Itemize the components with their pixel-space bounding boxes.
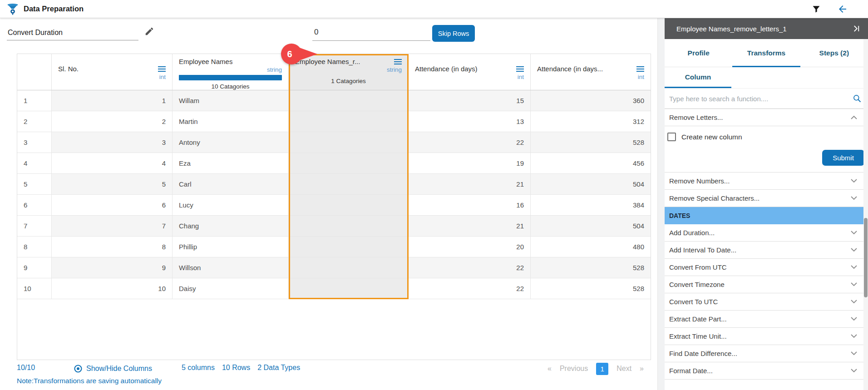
cell-attendance[interactable]: 13 (409, 111, 531, 132)
column-label: Attendance (in days) (415, 65, 478, 73)
function-list-item[interactable]: Format Date... (665, 362, 868, 380)
cell-new-column[interactable] (289, 216, 409, 237)
cell-sl-no[interactable]: 4 (52, 153, 173, 174)
collapse-panel-icon[interactable] (853, 25, 861, 33)
sidebar-scrollbar[interactable] (863, 39, 868, 390)
cell-attendance[interactable]: 16 (409, 195, 531, 216)
cell-new-column[interactable] (289, 257, 409, 278)
cell-attendance-days[interactable]: 528 (531, 257, 651, 278)
pagination-page-1[interactable]: 1 (596, 363, 608, 375)
column-menu-icon[interactable] (516, 66, 524, 72)
cell-employee-name[interactable]: Martin (173, 111, 289, 132)
cell-attendance-days[interactable]: 312 (531, 111, 651, 132)
category-dates-header[interactable]: DATES (665, 207, 868, 224)
cell-employee-name[interactable]: Carl (173, 174, 289, 195)
cell-new-column[interactable] (289, 90, 409, 111)
cell-attendance-days[interactable]: 360 (531, 90, 651, 111)
cell-employee-name[interactable]: Willam (173, 90, 289, 111)
cell-attendance-days[interactable]: 504 (531, 174, 651, 195)
function-list-item[interactable]: Add Duration... (665, 224, 868, 242)
subtab-column[interactable]: Column (665, 67, 731, 88)
cell-sl-no[interactable]: 9 (52, 257, 173, 278)
cell-sl-no[interactable]: 3 (52, 132, 173, 153)
cell-attendance-days[interactable]: 504 (531, 216, 651, 237)
filter-icon[interactable] (810, 3, 823, 15)
column-menu-icon[interactable] (394, 59, 402, 64)
cell-sl-no[interactable]: 7 (52, 216, 173, 237)
function-list-item[interactable]: Convert Timezone (665, 276, 868, 293)
cell-attendance[interactable]: 21 (409, 174, 531, 195)
search-icon[interactable] (853, 94, 862, 103)
header-employee-names[interactable]: Employee Names string 10 Catagories (173, 54, 289, 90)
cell-sl-no[interactable]: 6 (52, 195, 173, 216)
cell-employee-name[interactable]: Chang (173, 216, 289, 237)
cell-new-column[interactable] (289, 278, 409, 299)
dataset-name-input[interactable] (7, 25, 138, 40)
cell-attendance[interactable]: 22 (409, 278, 531, 299)
pagination-next[interactable]: Next (616, 365, 631, 373)
cell-attendance-days[interactable]: 480 (531, 237, 651, 257)
back-arrow-icon[interactable] (836, 3, 849, 15)
cell-sl-no[interactable]: 2 (52, 111, 173, 132)
stat-columns: 5 columns (182, 364, 215, 372)
cell-employee-name[interactable]: Antony (173, 132, 289, 153)
cell-attendance-days[interactable]: 456 (531, 153, 651, 174)
function-list-item[interactable]: Extract Date Part... (665, 311, 868, 328)
cell-attendance[interactable]: 21 (409, 216, 531, 237)
cell-attendance-days[interactable]: 384 (531, 195, 651, 216)
column-menu-icon[interactable] (158, 66, 166, 72)
scrollbar-thumb[interactable] (864, 218, 868, 297)
function-list-item[interactable]: Extract Time Unit... (665, 328, 868, 345)
cell-sl-no[interactable]: 1 (52, 90, 173, 111)
cell-employee-name[interactable]: Eza (173, 153, 289, 174)
function-remove-letters[interactable]: Remove Letters... (665, 109, 868, 126)
column-menu-icon[interactable] (636, 66, 644, 72)
skip-rows-button[interactable]: Skip Rows (432, 25, 475, 42)
function-remove-special-characters[interactable]: Remove Special Characters... (665, 190, 868, 207)
checkbox-unchecked-icon[interactable] (667, 133, 676, 141)
function-list-item[interactable]: Find Date Difference... (665, 345, 868, 362)
cell-employee-name[interactable]: Phillip (173, 237, 289, 257)
function-label: Convert From UTC (669, 263, 727, 271)
submit-button[interactable]: Submit (822, 150, 864, 166)
cell-sl-no[interactable]: 10 (52, 278, 173, 299)
table-row: 5 5 Carl 21 504 (17, 174, 651, 195)
cell-sl-no[interactable]: 8 (52, 237, 173, 257)
cell-sl-no[interactable]: 5 (52, 174, 173, 195)
header-sl-no[interactable]: Sl. No. int (52, 54, 173, 90)
tab-transforms[interactable]: Transforms (732, 39, 800, 67)
cell-attendance[interactable]: 22 (409, 257, 531, 278)
header-attendance[interactable]: Attendance (in days) int (409, 54, 531, 90)
cell-attendance[interactable]: 15 (409, 90, 531, 111)
cell-employee-name[interactable]: Willson (173, 257, 289, 278)
cell-attendance[interactable]: 22 (409, 132, 531, 153)
cell-attendance-days[interactable]: 528 (531, 278, 651, 299)
pagination-prev-arrow[interactable]: « (547, 365, 552, 373)
function-remove-numbers[interactable]: Remove Numbers... (665, 173, 868, 190)
cell-new-column[interactable] (289, 111, 409, 132)
cell-attendance[interactable]: 19 (409, 153, 531, 174)
tab-steps[interactable]: Steps (2) (800, 39, 868, 67)
column-type: string (295, 66, 402, 73)
cell-new-column[interactable] (289, 174, 409, 195)
show-hide-columns-button[interactable]: Show/Hide Columns (74, 362, 152, 375)
function-list-item[interactable]: Convert From UTC (665, 259, 868, 276)
cell-new-column[interactable] (289, 153, 409, 174)
function-list-item[interactable]: Add Interval To Date... (665, 242, 868, 259)
function-list-item[interactable]: Convert To UTC (665, 293, 868, 311)
skip-rows-input[interactable] (312, 24, 430, 41)
create-new-column-option[interactable]: Create new column (667, 133, 742, 141)
tab-profile[interactable]: Profile (665, 39, 732, 67)
header-attendance-days[interactable]: Attendance (in days... int (531, 54, 651, 90)
cell-new-column[interactable] (289, 132, 409, 153)
cell-employee-name[interactable]: Lucy (173, 195, 289, 216)
pagination-next-arrow[interactable]: » (640, 365, 644, 373)
pagination-previous[interactable]: Previous (560, 365, 588, 373)
edit-pencil-icon[interactable] (144, 26, 154, 38)
cell-attendance-days[interactable]: 528 (531, 132, 651, 153)
function-search-input[interactable] (669, 95, 853, 103)
cell-attendance[interactable]: 20 (409, 237, 531, 257)
cell-new-column[interactable] (289, 195, 409, 216)
cell-employee-name[interactable]: Daisy (173, 278, 289, 299)
cell-new-column[interactable] (289, 237, 409, 257)
